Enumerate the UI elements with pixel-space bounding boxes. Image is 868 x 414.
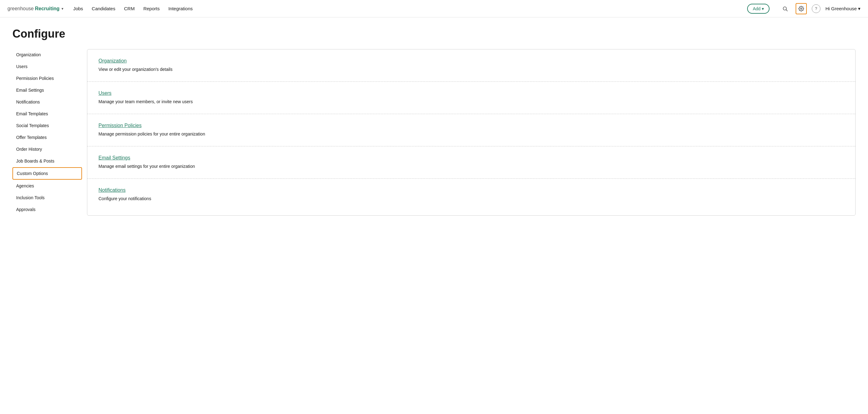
section-link-notifications[interactable]: Notifications (98, 187, 125, 193)
sidebar: Organization Users Permission Policies E… (12, 49, 87, 216)
section-notifications: Notifications Configure your notificatio… (87, 179, 855, 211)
sidebar-item-offer-templates[interactable]: Offer Templates (12, 132, 82, 143)
sidebar-item-notifications[interactable]: Notifications (12, 96, 82, 108)
nav-links: Jobs Candidates CRM Reports Integrations (73, 6, 737, 11)
section-link-users[interactable]: Users (98, 90, 112, 96)
brand-chevron-icon: ▾ (62, 6, 63, 11)
section-permission-policies: Permission Policies Manage permission po… (87, 114, 855, 146)
navbar-right: ? Hi Greenhouse ▾ (779, 3, 861, 14)
add-button[interactable]: Add ▾ (747, 4, 770, 14)
svg-line-1 (786, 10, 787, 11)
search-button[interactable] (779, 3, 790, 14)
sidebar-item-permission-policies[interactable]: Permission Policies (12, 73, 82, 84)
sidebar-item-agencies[interactable]: Agencies (12, 180, 82, 191)
nav-integrations[interactable]: Integrations (168, 6, 193, 11)
section-users: Users Manage your team members, or invit… (87, 82, 855, 114)
brand-logo[interactable]: greenhouse Recruiting ▾ (7, 6, 63, 11)
section-link-organization[interactable]: Organization (98, 58, 127, 64)
section-email-settings: Email Settings Manage email settings for… (87, 146, 855, 179)
section-desc-organization: View or edit your organization's details (98, 66, 844, 73)
sidebar-item-inclusion-tools[interactable]: Inclusion Tools (12, 192, 82, 203)
sidebar-item-job-boards-posts[interactable]: Job Boards & Posts (12, 155, 82, 167)
brand-recruiting-text: Recruiting (35, 6, 60, 11)
section-desc-notifications: Configure your notifications (98, 196, 844, 202)
content-layout: Organization Users Permission Policies E… (12, 49, 856, 216)
svg-point-2 (801, 8, 802, 9)
section-organization: Organization View or edit your organizat… (87, 50, 855, 82)
section-desc-permission-policies: Manage permission policies for your enti… (98, 131, 844, 137)
main-content-panel: Organization View or edit your organizat… (87, 49, 856, 216)
sidebar-item-social-templates[interactable]: Social Templates (12, 120, 82, 131)
section-desc-email-settings: Manage email settings for your entire or… (98, 163, 844, 170)
help-button[interactable]: ? (812, 4, 820, 13)
sidebar-item-users[interactable]: Users (12, 61, 82, 72)
navbar: greenhouse Recruiting ▾ Jobs Candidates … (0, 0, 868, 18)
user-menu[interactable]: Hi Greenhouse ▾ (826, 6, 861, 11)
section-desc-users: Manage your team members, or invite new … (98, 98, 844, 105)
settings-button[interactable] (796, 3, 807, 14)
sidebar-item-custom-options[interactable]: Custom Options (12, 167, 82, 180)
section-link-email-settings[interactable]: Email Settings (98, 155, 130, 161)
sidebar-item-order-history[interactable]: Order History (12, 144, 82, 155)
sidebar-item-organization[interactable]: Organization (12, 49, 82, 60)
nav-candidates[interactable]: Candidates (92, 6, 115, 11)
nav-crm[interactable]: CRM (124, 6, 134, 11)
nav-jobs[interactable]: Jobs (73, 6, 83, 11)
page-container: Configure Organization Users Permission … (0, 18, 868, 226)
nav-reports[interactable]: Reports (143, 6, 160, 11)
page-title: Configure (12, 27, 856, 40)
sidebar-item-email-templates[interactable]: Email Templates (12, 108, 82, 119)
sidebar-item-email-settings[interactable]: Email Settings (12, 85, 82, 96)
brand-greenhouse-text: greenhouse (7, 6, 34, 11)
sidebar-item-approvals[interactable]: Approvals (12, 204, 82, 215)
section-link-permission-policies[interactable]: Permission Policies (98, 123, 142, 128)
